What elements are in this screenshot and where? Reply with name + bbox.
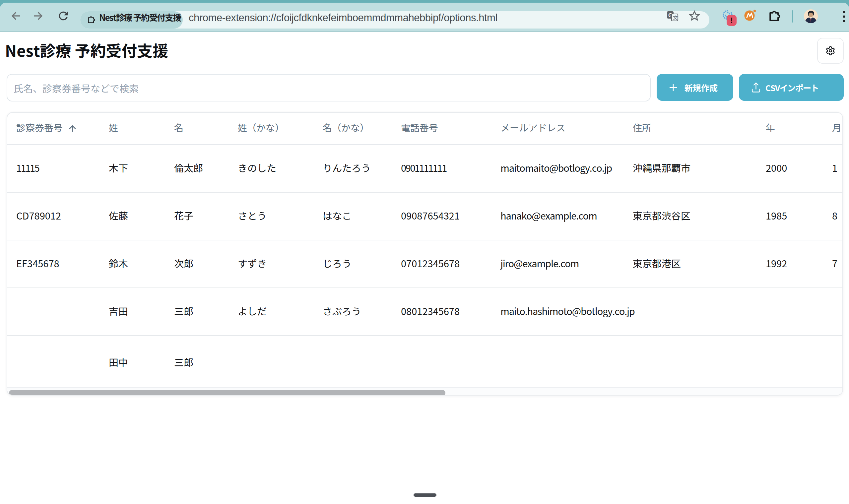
svg-text:文: 文: [673, 14, 678, 21]
